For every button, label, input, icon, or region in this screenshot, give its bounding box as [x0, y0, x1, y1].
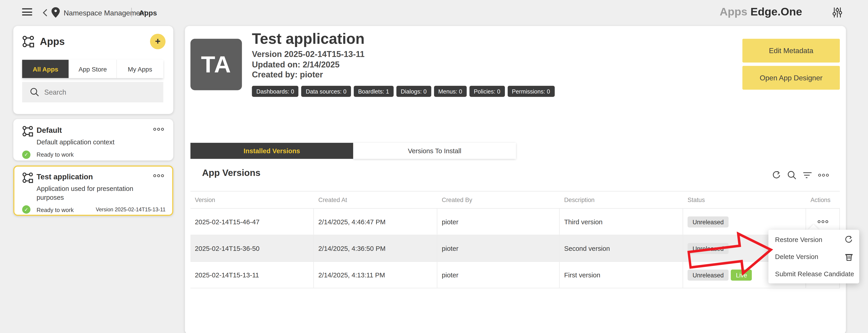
tab-versions-to-install[interactable]: Versions To Install [353, 143, 516, 159]
sliders-icon[interactable] [833, 7, 842, 18]
breadcrumb-current: Apps [139, 9, 157, 17]
col-description: Description [560, 196, 683, 203]
cell-created-by: pioter [437, 262, 560, 288]
sidebar-title: Apps [40, 36, 65, 47]
badge-permissions: Permissions: 0 [507, 86, 554, 97]
menu-item-label: Delete Version [775, 253, 818, 260]
tab-app-store[interactable]: App Store [69, 60, 116, 78]
menu-item-delete-version[interactable]: Delete Version [768, 248, 859, 265]
page-title: Test application [252, 30, 364, 48]
cell-created-at: 2/14/2025, 4:13:11 PM [314, 262, 437, 288]
card-title: Default [36, 125, 153, 137]
cell-description: Third version [560, 209, 683, 235]
status-badge: Unreleased [687, 269, 728, 280]
status-badge: Unreleased [687, 216, 728, 227]
table-header-row: Version Created At Created By Descriptio… [190, 191, 840, 209]
menu-item-label: Submit Release Candidate [775, 270, 854, 278]
table-row[interactable]: 2025-02-14T15-46-47 2/14/2025, 4:46:47 P… [190, 209, 840, 235]
search-box [22, 82, 163, 102]
refresh-icon[interactable] [772, 171, 781, 180]
app-viewport: Namespace Management Apps Apps Edge.One … [0, 0, 868, 333]
badge-dashboards: Dashboards: 0 [252, 86, 299, 97]
table-row[interactable]: 2025-02-14T15-13-11 2/14/2025, 4:13:11 P… [190, 262, 840, 288]
status-badge: Unreleased [687, 243, 728, 254]
tab-installed-versions[interactable]: Installed Versions [190, 143, 353, 159]
badge-dialogs: Dialogs: 0 [396, 86, 431, 97]
card-more-icon[interactable] [153, 125, 165, 132]
col-created-at: Created At [314, 196, 437, 203]
menu-item-restore-version[interactable]: Restore Version [768, 231, 859, 248]
col-version: Version [190, 196, 314, 203]
apps-grid-icon [22, 172, 36, 183]
breadcrumb-parent[interactable]: Namespace Management [64, 9, 146, 17]
col-actions: Actions [806, 196, 840, 203]
back-icon[interactable] [43, 9, 48, 17]
cell-version: 2025-02-14T15-46-47 [190, 209, 314, 235]
app-updated-line: Updated on: 2/14/2025 [252, 60, 339, 69]
more-icon[interactable] [818, 172, 829, 178]
badge-boardlets: Boardlets: 1 [354, 86, 394, 97]
apps-grid-icon [22, 125, 36, 137]
apps-sidebar: Apps + All Apps App Store My Apps [13, 26, 174, 114]
sidebar-tabs: All Apps App Store My Apps [22, 60, 163, 78]
card-version: Version 2025-02-14T15-13-11 [96, 207, 165, 213]
card-title: Test application [36, 172, 153, 183]
card-description: Application used for presentation purpos… [36, 185, 133, 202]
menu-icon[interactable] [22, 8, 32, 16]
table-row[interactable]: 2025-02-14T15-36-50 2/14/2025, 4:36:50 P… [190, 235, 840, 262]
col-status: Status [683, 196, 806, 203]
app-avatar: TA [190, 39, 242, 90]
app-card-default[interactable]: Default Default application context ✓ Re… [13, 119, 174, 160]
logo-bold: Edge.One [750, 5, 802, 18]
live-badge: Live [731, 269, 752, 280]
apps-grid-icon [22, 35, 34, 48]
search-input[interactable] [22, 82, 163, 102]
table-toolbar [772, 171, 829, 180]
cell-version: 2025-02-14T15-13-11 [190, 262, 314, 288]
breadcrumb-divider [131, 8, 132, 17]
app-versions-table: Version Created At Created By Descriptio… [190, 191, 840, 288]
app-created-line: Created by: pioter [252, 70, 323, 79]
row-context-menu: Restore Version Delete Version Submit Re… [768, 230, 859, 283]
logo-light: Apps [720, 5, 747, 18]
cell-created-by: pioter [437, 235, 560, 261]
search-icon[interactable] [787, 171, 797, 180]
tab-my-apps[interactable]: My Apps [116, 60, 163, 78]
cell-created-at: 2/14/2025, 4:36:50 PM [314, 235, 437, 261]
badge-menus: Menus: 0 [434, 86, 467, 97]
trash-icon [845, 252, 853, 261]
card-description: Default application context [36, 139, 133, 147]
screen: Namespace Management Apps Apps Edge.One … [0, 0, 868, 333]
badge-policies: Policies: 0 [469, 86, 505, 97]
cell-created-at: 2/14/2025, 4:46:47 PM [314, 209, 437, 235]
badge-data-sources: Data sources: 0 [301, 86, 351, 97]
edit-metadata-button[interactable]: Edit Metadata [742, 39, 840, 63]
add-app-button[interactable]: + [150, 34, 165, 49]
cell-created-by: pioter [437, 209, 560, 235]
row-actions-icon[interactable] [817, 218, 828, 225]
restore-icon [844, 235, 853, 244]
filter-icon[interactable] [803, 171, 812, 179]
location-pin-icon [52, 7, 60, 18]
tab-all-apps[interactable]: All Apps [22, 60, 69, 78]
open-app-designer-button[interactable]: Open App Designer [742, 66, 840, 90]
app-version-line: Version 2025-02-14T15-13-11 [252, 49, 364, 59]
card-status: Ready to work [36, 151, 165, 158]
card-more-icon[interactable] [153, 172, 165, 179]
menu-item-submit-release-candidate[interactable]: Submit Release Candidate [768, 265, 859, 282]
section-title: App Versions [202, 168, 260, 178]
card-status: Ready to work [36, 206, 96, 213]
app-logo: Apps Edge.One [720, 5, 802, 18]
count-badges: Dashboards: 0 Data sources: 0 Boardlets:… [252, 86, 554, 97]
cell-version: 2025-02-14T15-36-50 [190, 235, 314, 261]
app-card-test-application[interactable]: Test application Application used for pr… [13, 165, 174, 216]
col-created-by: Created By [437, 196, 560, 203]
ready-check-icon: ✓ [22, 206, 31, 214]
menu-item-label: Restore Version [775, 235, 823, 243]
ready-check-icon: ✓ [22, 150, 31, 159]
cell-description: First version [560, 262, 683, 288]
app-detail-panel: TA Test application Version 2025-02-14T1… [185, 26, 846, 333]
cell-description: Second version [560, 235, 683, 261]
